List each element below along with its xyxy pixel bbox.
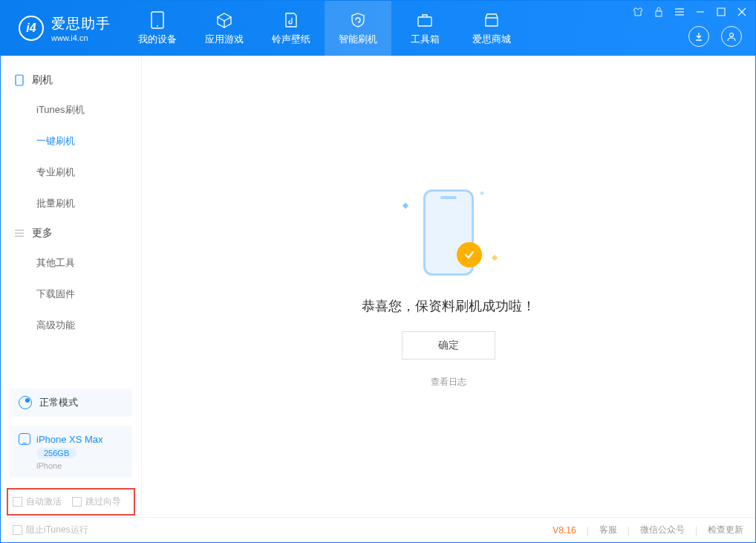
- app-name-cn: 爱思助手: [51, 14, 111, 33]
- sidebar-item-firmware[interactable]: 下载固件: [1, 279, 141, 310]
- device-name: iPhone XS Max: [36, 434, 103, 445]
- sidebar-section-flash: 刷机: [1, 66, 141, 94]
- cube-icon: [215, 11, 233, 29]
- lock-icon[interactable]: [653, 6, 665, 18]
- main-tabs: 我的设备 应用游戏 铃声壁纸 智能刷机 工具箱 爱思商城: [124, 1, 525, 56]
- app-header: i4 爱思助手 www.i4.cn 我的设备 应用游戏 铃声壁纸 智能刷机 工具…: [1, 1, 755, 56]
- svg-point-11: [730, 33, 734, 37]
- mode-icon: [19, 396, 32, 409]
- close-icon[interactable]: [736, 6, 748, 18]
- maximize-icon[interactable]: [715, 6, 727, 18]
- phone-small-icon: [14, 75, 25, 85]
- refresh-shield-icon: [349, 11, 367, 29]
- tab-smart-flash[interactable]: 智能刷机: [325, 1, 391, 56]
- svg-rect-3: [656, 11, 662, 16]
- minimize-icon[interactable]: [694, 6, 706, 18]
- svg-rect-8: [717, 8, 725, 16]
- device-icon: [149, 11, 166, 29]
- device-type: iPhone: [36, 461, 123, 470]
- window-controls: [632, 6, 748, 18]
- success-illustration: [400, 184, 497, 281]
- svg-rect-12: [16, 75, 23, 85]
- checkbox-block-itunes[interactable]: 阻止iTunes运行: [13, 524, 88, 536]
- sidebar-item-other-tools[interactable]: 其他工具: [1, 247, 141, 279]
- sidebar-item-oneclick-flash[interactable]: 一键刷机: [1, 126, 141, 157]
- main-content: 恭喜您，保资料刷机成功啦！ 确定 查看日志: [142, 56, 755, 517]
- sidebar-item-itunes-flash[interactable]: iTunes刷机: [1, 94, 141, 126]
- header-right-icons: [688, 26, 742, 47]
- footer: 阻止iTunes运行 V8.16 | 客服 | 微信公众号 | 检查更新: [1, 517, 755, 542]
- device-capacity: 256GB: [36, 448, 76, 458]
- menu-icon[interactable]: [674, 6, 685, 18]
- highlighted-options: 自动激活 跳过向导: [7, 488, 135, 516]
- checkbox-auto-activate[interactable]: 自动激活: [13, 495, 62, 508]
- logo-block: i4 爱思助手 www.i4.cn: [1, 14, 124, 42]
- skin-icon[interactable]: [632, 6, 644, 18]
- mode-card[interactable]: 正常模式: [10, 388, 132, 417]
- mode-label: 正常模式: [39, 396, 78, 409]
- tab-apps-games[interactable]: 应用游戏: [191, 1, 258, 56]
- device-phone-icon: [19, 433, 30, 445]
- checkbox-skip-guide[interactable]: 跳过向导: [72, 495, 121, 508]
- device-card[interactable]: iPhone XS Max 256GB iPhone: [10, 426, 132, 478]
- footer-check-update-link[interactable]: 检查更新: [708, 524, 743, 536]
- view-log-link[interactable]: 查看日志: [431, 376, 466, 388]
- music-file-icon: [282, 11, 300, 29]
- ok-button[interactable]: 确定: [402, 331, 495, 360]
- version-label: V8.16: [553, 525, 576, 536]
- store-icon: [483, 11, 501, 29]
- user-icon[interactable]: [721, 26, 742, 47]
- footer-support-link[interactable]: 客服: [599, 524, 617, 536]
- sidebar-item-advanced[interactable]: 高级功能: [1, 310, 141, 341]
- more-icon: [14, 228, 25, 238]
- download-icon[interactable]: [688, 26, 709, 47]
- svg-rect-2: [418, 17, 431, 26]
- svg-point-1: [157, 25, 158, 27]
- logo-icon: i4: [19, 16, 44, 41]
- footer-wechat-link[interactable]: 微信公众号: [640, 524, 685, 536]
- sidebar-item-batch-flash[interactable]: 批量刷机: [1, 188, 141, 219]
- tab-ringtone-wallpaper[interactable]: 铃声壁纸: [258, 1, 325, 56]
- success-message: 恭喜您，保资料刷机成功啦！: [362, 297, 535, 315]
- checkmark-badge-icon: [457, 242, 482, 267]
- sidebar-section-more: 更多: [1, 219, 141, 247]
- toolbox-icon: [416, 11, 434, 29]
- sidebar: 刷机 iTunes刷机 一键刷机 专业刷机 批量刷机 更多 其他工具 下载固件 …: [1, 56, 142, 517]
- sidebar-item-pro-flash[interactable]: 专业刷机: [1, 157, 141, 188]
- tab-toolbox[interactable]: 工具箱: [391, 1, 458, 56]
- tab-store[interactable]: 爱思商城: [458, 1, 525, 56]
- tab-my-device[interactable]: 我的设备: [124, 1, 191, 56]
- app-name-en: www.i4.cn: [51, 33, 111, 42]
